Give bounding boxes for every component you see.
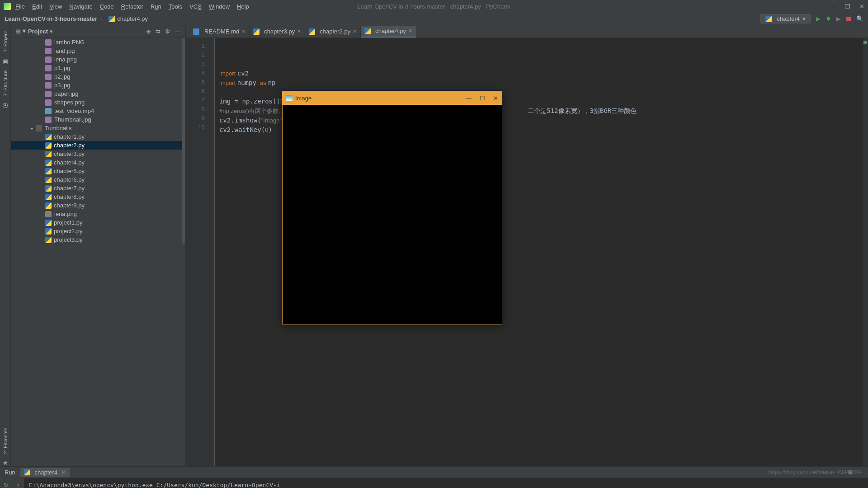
python-file-icon <box>45 237 52 243</box>
breadcrumb-project[interactable]: Learn-OpenCV-in-3-hours-master <box>5 15 97 22</box>
maximize-icon[interactable]: ❐ <box>845 3 850 10</box>
editor-tab[interactable]: chapter3.py✕ <box>250 26 305 38</box>
opencv-title-bar[interactable]: Image — ☐ ✕ <box>283 91 502 105</box>
menu-refactor[interactable]: Refactor <box>121 3 143 10</box>
vid-file-icon <box>45 108 52 114</box>
tree-item[interactable]: chapter8.py <box>11 192 185 201</box>
opencv-app-icon <box>286 95 292 101</box>
up-icon[interactable]: ↑ <box>17 482 20 488</box>
scrollbar[interactable] <box>182 38 185 244</box>
tree-item-label: project2.py <box>54 228 83 235</box>
menu-view[interactable]: View <box>49 3 62 10</box>
close-icon[interactable]: ✕ <box>408 28 412 34</box>
tree-item[interactable]: lambo.PNG <box>11 38 185 47</box>
tree-item[interactable]: p1.jpg <box>11 64 185 72</box>
menu-edit[interactable]: Edit <box>32 3 42 10</box>
tree-item[interactable]: chapter3.py <box>11 150 185 158</box>
tree-item[interactable]: chapter1.py <box>11 132 185 141</box>
editor-tab[interactable]: README.md✕ <box>189 26 250 38</box>
chevron-down-icon: ▾ <box>802 15 806 22</box>
folder-icon[interactable]: ▣ <box>3 58 8 65</box>
tree-item[interactable]: p2.jpg <box>11 72 185 81</box>
tree-item-label: chapter7.py <box>54 185 85 192</box>
menu-vcs[interactable]: VCS <box>189 3 202 10</box>
tool-tab-favorites[interactable]: 2: Favorites <box>2 426 9 456</box>
minimize-icon[interactable]: — <box>466 95 472 102</box>
close-icon[interactable]: ✕ <box>297 28 301 34</box>
tree-item[interactable]: shapes.png <box>11 98 185 107</box>
opencv-image-canvas <box>283 105 502 324</box>
search-icon[interactable]: 🔍 <box>856 15 863 22</box>
navigation-bar: Learn-OpenCV-in-3-hours-master 〉 chapter… <box>0 13 868 25</box>
project-tree[interactable]: lambo.PNGland.jpglena.pngp1.jpgp2.jpgp3.… <box>11 38 185 466</box>
tool-tab-project[interactable]: 1: Project <box>2 29 9 54</box>
img-file-icon <box>45 56 52 63</box>
toolbar-right: chapter4 ▾ ▶ ✸ ▶ 🔍 <box>760 14 863 23</box>
minimize-icon[interactable]: — <box>830 3 836 10</box>
close-icon[interactable]: ✕ <box>61 469 66 476</box>
tree-item[interactable]: land.jpg <box>11 47 185 55</box>
menu-navigate[interactable]: Navigate <box>69 3 92 10</box>
maximize-icon[interactable]: ☐ <box>480 95 485 102</box>
tree-item[interactable]: lena.png <box>11 210 185 218</box>
menu-window[interactable]: Window <box>209 3 230 10</box>
opencv-image-window[interactable]: Image — ☐ ✕ <box>282 91 502 324</box>
menu-tools[interactable]: Tools <box>169 3 182 10</box>
tree-item[interactable]: lena.png <box>11 55 185 64</box>
tree-item[interactable]: chapter7.py <box>11 184 185 192</box>
tree-item-label: p2.jpg <box>54 73 70 80</box>
tree-item[interactable]: test_video.mp4 <box>11 107 185 115</box>
tree-item[interactable]: chapter5.py <box>11 167 185 175</box>
tree-item[interactable]: chapter2.py <box>11 141 185 150</box>
tree-item[interactable]: p3.jpg <box>11 81 185 89</box>
project-panel-title[interactable]: Project <box>23 28 48 35</box>
collapse-icon[interactable]: ⇆ <box>156 28 160 35</box>
tree-item[interactable]: project2.py <box>11 227 185 235</box>
python-file-icon <box>45 194 52 200</box>
breadcrumb-file[interactable]: chapter4.py <box>117 15 148 22</box>
debug-icon[interactable]: ✸ <box>826 15 831 22</box>
tree-item[interactable]: chapter6.py <box>11 175 185 184</box>
run-icon[interactable]: ▶ <box>816 15 821 22</box>
rerun-icon[interactable]: ↻ <box>4 482 9 488</box>
editor-tab[interactable]: chapter2.py✕ <box>305 26 361 38</box>
tree-item[interactable]: project1.py <box>11 218 185 227</box>
close-icon[interactable]: ✕ <box>353 28 357 34</box>
run-config-selector[interactable]: chapter4 ▾ <box>760 14 811 23</box>
close-icon[interactable]: ✕ <box>859 3 864 10</box>
menu-help[interactable]: Help <box>237 3 249 10</box>
close-icon[interactable]: ✕ <box>241 28 245 34</box>
console-output[interactable]: E:\Anaconda3\envs\opencv\python.exe C:/U… <box>24 478 868 488</box>
tree-item[interactable]: Thumbnail.jpg <box>11 115 185 124</box>
tree-item[interactable]: paper.jpg <box>11 89 185 98</box>
tool-tab-structure[interactable]: 7: Structure <box>2 68 9 99</box>
tree-item-label: lena.png <box>54 56 77 63</box>
markdown-file-icon <box>193 28 199 35</box>
menu-run[interactable]: Run <box>151 3 161 10</box>
hide-icon[interactable]: — <box>175 28 181 35</box>
star-icon[interactable]: ★ <box>3 460 8 466</box>
python-file-icon <box>45 160 52 166</box>
editor-tabs: README.md✕chapter3.py✕chapter2.py✕chapte… <box>186 25 868 38</box>
locate-icon[interactable]: ⊕ <box>146 28 151 35</box>
tree-item[interactable]: Tumbnails <box>11 124 185 132</box>
gear-icon[interactable]: ⚙ <box>165 28 170 35</box>
editor-tab[interactable]: chapter4.py✕ <box>361 26 416 38</box>
run-tab-name: chapter4 <box>34 469 57 476</box>
watermark: https://blog.csdn.net/weixin_43840287 <box>769 469 861 475</box>
tree-item-label: chapter2.py <box>54 142 85 149</box>
stop-icon[interactable] <box>846 17 851 21</box>
close-icon[interactable]: ✕ <box>493 95 498 102</box>
run-toolbar: ↻ ⊟ 📌 <box>0 478 12 488</box>
coverage-icon[interactable]: ▶ <box>836 15 841 22</box>
menu-code[interactable]: Code <box>100 3 114 10</box>
main-menu: File Edit View Navigate Code Refactor Ru… <box>15 3 249 10</box>
menu-file[interactable]: File <box>15 3 25 10</box>
tree-item[interactable]: chapter9.py <box>11 201 185 210</box>
tree-item[interactable]: chapter4.py <box>11 158 185 167</box>
folder-icon: ▤ <box>15 28 21 35</box>
chevron-down-icon[interactable]: ▾ <box>50 28 53 35</box>
run-tab[interactable]: chapter4 ✕ <box>20 468 70 477</box>
tree-item[interactable]: project3.py <box>11 235 185 244</box>
structure-icon[interactable]: ⦿ <box>2 102 8 109</box>
